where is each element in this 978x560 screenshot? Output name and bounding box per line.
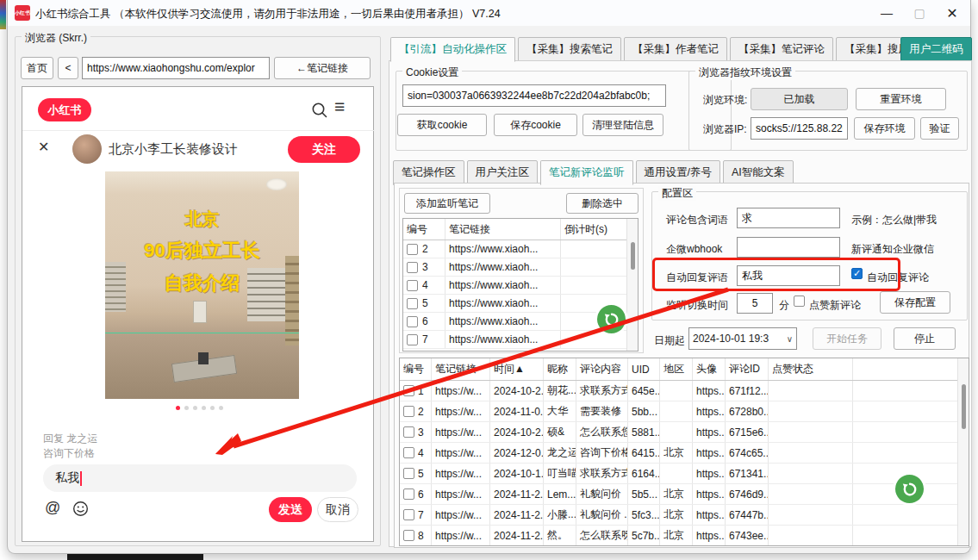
- row-checkbox[interactable]: [403, 406, 414, 417]
- user-qr-button[interactable]: 用户二维码: [900, 37, 972, 61]
- like-new-comment-checkbox[interactable]: [794, 296, 805, 307]
- stop-button[interactable]: 停止: [894, 327, 956, 350]
- date-from-combobox[interactable]: 2024-10-01 19:3 ∨: [688, 327, 797, 350]
- profile-name[interactable]: 北京小李工长装修设计: [109, 141, 238, 158]
- tab-ai-copywriting[interactable]: AI智能文案: [723, 160, 794, 185]
- row-checkbox[interactable]: [407, 298, 418, 309]
- note-photo[interactable]: 北京 90后独立工长 自我介绍: [105, 171, 299, 399]
- browser-ip-input[interactable]: [751, 117, 848, 140]
- url-input[interactable]: [82, 57, 270, 79]
- row-checkbox[interactable]: [403, 447, 414, 458]
- auto-reply-checkbox[interactable]: [851, 268, 863, 279]
- table-row[interactable]: 3 https://www.xiaoh...: [403, 258, 638, 277]
- save-config-button[interactable]: 保存配置: [880, 291, 950, 314]
- column-header[interactable]: 评论内容: [576, 358, 628, 380]
- carousel-dot[interactable]: [193, 406, 197, 410]
- column-header[interactable]: UID: [628, 358, 660, 380]
- tab-general-settings[interactable]: 通用设置/养号: [636, 160, 720, 185]
- reset-env-button[interactable]: 重置环境: [856, 88, 946, 110]
- column-header[interactable]: 评论ID: [726, 358, 769, 380]
- xiaohongshu-logo[interactable]: 小红书: [38, 98, 91, 121]
- maximize-button[interactable]: ▢: [905, 0, 934, 26]
- row-checkbox[interactable]: [403, 509, 414, 520]
- scrollbar-thumb[interactable]: [631, 242, 635, 270]
- row-checkbox[interactable]: [407, 334, 418, 345]
- emoji-icon[interactable]: [72, 501, 89, 517]
- tab-new-comment-listen[interactable]: 笔记新评论监听: [540, 160, 633, 185]
- tab-automation[interactable]: 【引流】自动化操作区: [390, 37, 515, 62]
- column-header[interactable]: 编号: [400, 358, 432, 380]
- table-row[interactable]: 1 https://w... 2024-10-2... 朝花... 求联系方式 …: [400, 381, 969, 401]
- column-header[interactable]: 倒计时(s): [561, 219, 626, 240]
- back-button[interactable]: <: [58, 57, 78, 79]
- table-row[interactable]: 8 https://w... 2024-11-2... 然。 怎么联系呀 5c7…: [400, 526, 969, 546]
- table-row[interactable]: 4 https://www.xiaoh...: [403, 277, 638, 295]
- scrollbar-thumb[interactable]: [962, 384, 966, 429]
- refresh-button[interactable]: [597, 305, 626, 333]
- table-row[interactable]: 5 https://w... 2024-10-1... 叮当喵 求联系方式 61…: [400, 464, 969, 484]
- table-row[interactable]: 3 https://w... 2024-10-2... 硕& 怎么联系您 588…: [400, 422, 969, 443]
- follow-button[interactable]: 关注: [288, 136, 360, 163]
- row-checkbox[interactable]: [403, 488, 414, 500]
- row-checkbox[interactable]: [403, 385, 414, 396]
- table-row[interactable]: 2 https://w... 2024-11-0... 大华 需要装修 5bb.…: [400, 401, 969, 422]
- verify-button[interactable]: 验证: [920, 117, 959, 140]
- column-header[interactable]: 点赞状态: [769, 358, 853, 380]
- note-link-button[interactable]: ←笔记链接: [274, 57, 371, 79]
- carousel-dot[interactable]: [202, 406, 206, 410]
- menu-icon[interactable]: ≡: [334, 96, 345, 117]
- cookie-input[interactable]: [402, 84, 666, 107]
- add-listen-note-button[interactable]: 添加监听笔记: [404, 193, 490, 214]
- webhook-input[interactable]: [737, 237, 840, 258]
- auto-reply-input[interactable]: [737, 265, 840, 286]
- refresh-button[interactable]: [895, 475, 924, 503]
- carousel-dot[interactable]: [219, 406, 223, 410]
- tab-author-notes[interactable]: 【采集】作者笔记: [624, 37, 727, 62]
- home-button[interactable]: 首页: [21, 57, 53, 79]
- column-header[interactable]: 时间▲: [490, 358, 544, 380]
- row-checkbox[interactable]: [403, 530, 414, 541]
- start-task-button[interactable]: 开始任务: [813, 327, 881, 350]
- comments-table-scrollbar[interactable]: [957, 358, 969, 545]
- table-row[interactable]: 7 https://www.xiaoh...: [403, 331, 638, 349]
- column-header[interactable]: 笔记链接: [432, 358, 490, 380]
- column-header[interactable]: 地区: [660, 358, 693, 380]
- tab-search-notes[interactable]: 【采集】搜索笔记: [518, 37, 621, 62]
- row-checkbox[interactable]: [407, 262, 418, 273]
- close-icon[interactable]: ✕: [38, 139, 49, 155]
- column-header[interactable]: 笔记链接: [445, 219, 561, 240]
- save-cookie-button[interactable]: 保存cookie: [494, 114, 577, 136]
- carousel-dot[interactable]: [176, 406, 180, 410]
- at-icon[interactable]: @: [45, 499, 60, 517]
- close-button[interactable]: ✕: [938, 0, 967, 26]
- tab-note-comments[interactable]: 【采集】笔记评论: [730, 37, 833, 62]
- send-button[interactable]: 发送: [269, 497, 312, 522]
- save-env-button[interactable]: 保存环境: [854, 117, 915, 140]
- row-checkbox[interactable]: [407, 316, 418, 327]
- row-checkbox[interactable]: [407, 244, 418, 255]
- column-header[interactable]: 头像: [693, 358, 726, 380]
- tab-user-follow[interactable]: 用户关注区: [467, 160, 539, 185]
- table-row[interactable]: 4 https://w... 2024-12-0... 龙之运 咨询下价格 64…: [400, 443, 969, 464]
- column-header[interactable]: 昵称: [544, 358, 576, 380]
- table-row[interactable]: 7 https://w... 2024-11-2... 小滕... 礼貌问价 .…: [400, 505, 969, 526]
- row-checkbox[interactable]: [403, 426, 414, 438]
- carousel-dot[interactable]: [210, 406, 215, 410]
- table-row[interactable]: 6 https://w... 2024-11-2... Lem... 礼貌问价 …: [400, 484, 969, 505]
- row-checkbox[interactable]: [407, 280, 418, 291]
- search-icon[interactable]: [310, 101, 329, 120]
- delete-selected-button[interactable]: 删除选中: [566, 193, 639, 214]
- avatar[interactable]: [72, 134, 102, 164]
- interval-input[interactable]: [737, 293, 773, 314]
- carousel-dot[interactable]: [184, 406, 189, 410]
- listen-table-scrollbar[interactable]: [626, 219, 638, 351]
- clear-login-button[interactable]: 清理登陆信息: [582, 114, 663, 136]
- row-checkbox[interactable]: [403, 468, 414, 479]
- column-header[interactable]: 编号: [403, 219, 445, 240]
- keyword-input[interactable]: [737, 208, 840, 228]
- get-cookie-button[interactable]: 获取cookie: [397, 114, 487, 136]
- minimize-button[interactable]: —: [872, 0, 901, 26]
- tab-note-ops[interactable]: 笔记操作区: [393, 160, 464, 185]
- cancel-button[interactable]: 取消: [317, 497, 358, 522]
- comment-input[interactable]: 私我: [43, 464, 357, 492]
